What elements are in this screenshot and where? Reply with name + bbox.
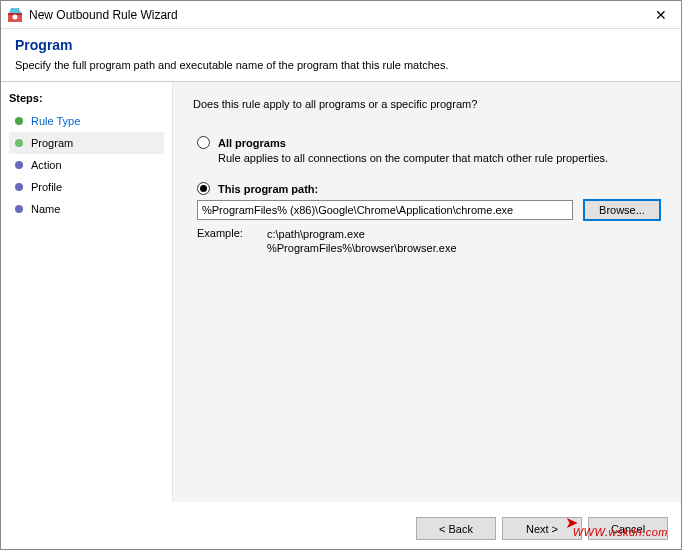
step-label: Profile [31, 181, 62, 193]
option-all-programs[interactable]: All programs Rule applies to all connect… [197, 136, 661, 164]
question-text: Does this rule apply to all programs or … [193, 98, 661, 110]
step-label: Name [31, 203, 60, 215]
step-program[interactable]: Program [9, 132, 164, 154]
step-name[interactable]: Name [9, 198, 164, 220]
firewall-icon [7, 7, 23, 23]
step-bullet-icon [15, 205, 23, 213]
step-profile[interactable]: Profile [9, 176, 164, 198]
step-label: Program [31, 137, 73, 149]
steps-title: Steps: [9, 92, 164, 104]
step-bullet-icon [15, 117, 23, 125]
main-panel: Does this rule apply to all programs or … [173, 82, 681, 502]
page-header: Program Specify the full program path an… [1, 29, 681, 81]
example-label: Example: [197, 227, 267, 256]
step-action[interactable]: Action [9, 154, 164, 176]
step-bullet-icon [15, 161, 23, 169]
browse-button[interactable]: Browse... [583, 199, 661, 221]
cancel-button[interactable]: Cancel [588, 517, 668, 540]
step-label: Action [31, 159, 62, 171]
radio-icon[interactable] [197, 136, 210, 149]
step-bullet-icon [15, 183, 23, 191]
window-title: New Outbound Rule Wizard [29, 8, 641, 22]
steps-sidebar: Steps: Rule Type Program Action Profile … [1, 82, 173, 502]
step-rule-type[interactable]: Rule Type [9, 110, 164, 132]
step-bullet-icon [15, 139, 23, 147]
svg-point-0 [13, 14, 18, 19]
program-path-input[interactable] [197, 200, 573, 220]
page-subtitle: Specify the full program path and execut… [15, 59, 667, 71]
example-line: c:\path\program.exe [267, 227, 457, 241]
radio-icon[interactable] [197, 182, 210, 195]
page-title: Program [15, 37, 667, 53]
wizard-footer: < Back Next > Cancel [416, 517, 668, 540]
step-label: Rule Type [31, 115, 80, 127]
option-this-program-path[interactable]: This program path: Browse... Example: c:… [197, 182, 661, 256]
option-path-label: This program path: [218, 183, 318, 195]
option-all-desc: Rule applies to all connections on the c… [218, 152, 661, 164]
option-all-label: All programs [218, 137, 286, 149]
titlebar: New Outbound Rule Wizard ✕ [1, 1, 681, 29]
next-button[interactable]: Next > [502, 517, 582, 540]
example-line: %ProgramFiles%\browser\browser.exe [267, 241, 457, 255]
close-button[interactable]: ✕ [641, 7, 681, 23]
example-values: c:\path\program.exe %ProgramFiles%\brows… [267, 227, 457, 256]
back-button[interactable]: < Back [416, 517, 496, 540]
